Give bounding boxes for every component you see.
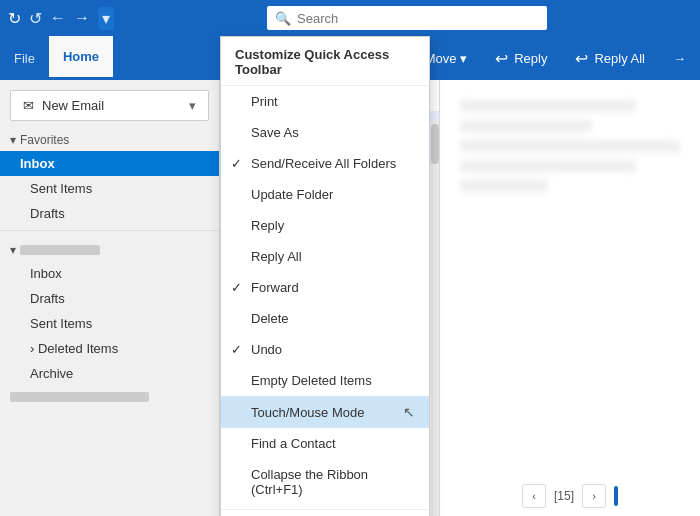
send-receive-label: Send/Receive All Folders [251, 156, 396, 171]
dropdown-item-reply[interactable]: Reply [221, 210, 429, 241]
dropdown-item-forward[interactable]: ✓ Forward [221, 272, 429, 303]
dropdown-item-print[interactable]: Print [221, 86, 429, 117]
dropdown-item-find-contact[interactable]: Find a Contact [221, 428, 429, 459]
undo-menu-label: Undo [251, 342, 282, 357]
forward-label: Forward [251, 280, 299, 295]
save-as-label: Save As [251, 125, 299, 140]
dropdown-item-send-receive[interactable]: ✓ Send/Receive All Folders [221, 148, 429, 179]
dropdown-item-update-folder[interactable]: Update Folder [221, 179, 429, 210]
forward-check-icon: ✓ [231, 280, 242, 295]
reply-all-menu-label: Reply All [251, 249, 302, 264]
dropdown-item-empty-deleted[interactable]: Empty Deleted Items [221, 365, 429, 396]
dropdown-title: Customize Quick Access Toolbar [221, 37, 429, 86]
dropdown-item-collapse-ribbon[interactable]: Collapse the Ribbon (Ctrl+F1) [221, 459, 429, 505]
send-receive-check-icon: ✓ [231, 156, 242, 171]
update-folder-label: Update Folder [251, 187, 333, 202]
cursor-icon: ↖ [403, 404, 415, 420]
dropdown-item-touch-mouse[interactable]: Touch/Mouse Mode ↖ [221, 396, 429, 428]
delete-label: Delete [251, 311, 289, 326]
empty-deleted-label: Empty Deleted Items [251, 373, 372, 388]
dropdown-menu: Customize Quick Access Toolbar Print Sav… [220, 36, 430, 516]
dropdown-item-undo[interactable]: ✓ Undo [221, 334, 429, 365]
find-contact-label: Find a Contact [251, 436, 336, 451]
dropdown-item-delete[interactable]: Delete [221, 303, 429, 334]
dropdown-overlay: Customize Quick Access Toolbar Print Sav… [0, 0, 700, 516]
dropdown-item-save-as[interactable]: Save As [221, 117, 429, 148]
dropdown-separator [221, 509, 429, 510]
dropdown-item-reply-all[interactable]: Reply All [221, 241, 429, 272]
touch-mouse-label: Touch/Mouse Mode [251, 405, 364, 420]
print-label: Print [251, 94, 278, 109]
reply-menu-label: Reply [251, 218, 284, 233]
undo-check-icon: ✓ [231, 342, 242, 357]
collapse-ribbon-label: Collapse the Ribbon (Ctrl+F1) [251, 467, 415, 497]
